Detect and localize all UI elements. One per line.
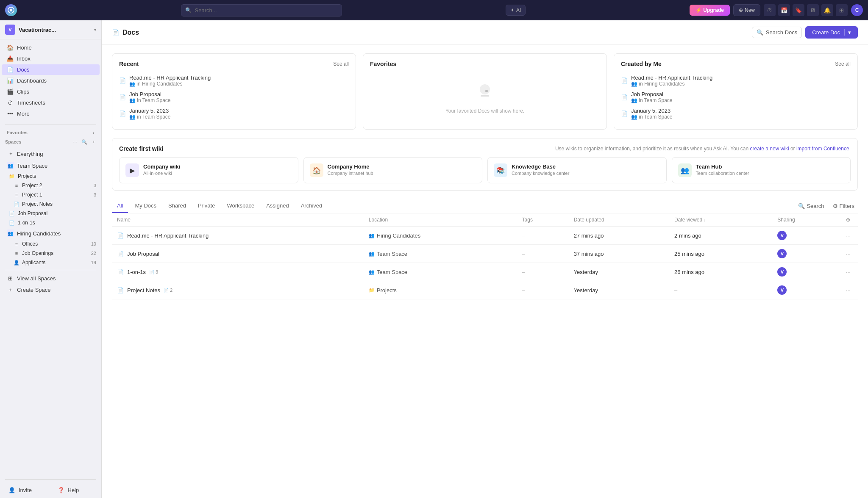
- grid-icon[interactable]: ⊞: [836, 4, 848, 16]
- row1-name[interactable]: Job Proposal: [127, 251, 159, 257]
- spaces-search-button[interactable]: 🔍: [80, 138, 89, 146]
- col-date-viewed[interactable]: Date viewed ↓: [669, 213, 772, 227]
- table-search-button[interactable]: 🔍 Search: [795, 201, 827, 211]
- sidebar-item-view-all-spaces[interactable]: ⊞ View all Spaces: [2, 273, 100, 284]
- sidebar-item-clips[interactable]: 🎬 Clips: [2, 86, 100, 97]
- sidebar-item-applicants[interactable]: 👤 Applicants 19: [2, 258, 100, 267]
- row0-location[interactable]: 👥 Hiring Candidates: [369, 232, 512, 239]
- timesheets-icon: ⏱: [7, 100, 14, 106]
- tab-archived[interactable]: Archived: [296, 199, 328, 213]
- spaces-add-button[interactable]: +: [89, 138, 98, 146]
- row0-name[interactable]: Read.me - HR Applicant Tracking: [127, 232, 209, 239]
- invite-button[interactable]: 👤 Invite: [7, 485, 46, 495]
- create-wiki-link[interactable]: create a new wiki: [750, 146, 789, 152]
- ai-button[interactable]: ✦ AI: [506, 5, 526, 16]
- team-space-add-button[interactable]: +: [89, 162, 96, 169]
- sidebar-item-team-space[interactable]: 👥 Team Space ··· +: [2, 160, 100, 171]
- row1-actions[interactable]: ···: [846, 251, 853, 257]
- sidebar-item-1on1s[interactable]: 📄 1-on-1s: [2, 219, 100, 227]
- sidebar-item-offices[interactable]: ≡ Offices 10: [2, 240, 100, 248]
- sidebar-item-create-space[interactable]: + Create Space: [2, 285, 100, 295]
- wiki-card-1[interactable]: 🏠 Company Home Company intranet hub: [303, 157, 483, 183]
- workspace-header[interactable]: V Vacationtrac... ▾: [0, 20, 101, 39]
- create-doc-button[interactable]: Create Doc ▾: [805, 26, 858, 39]
- wiki-cards: ▶ Company wiki All-in-one wiki 🏠 Company…: [119, 157, 851, 183]
- plus-circle-icon: +: [7, 287, 14, 293]
- projects-more-button[interactable]: ···: [89, 174, 93, 179]
- wiki-card-2[interactable]: 📚 Knowledge Base Company knowledge cente…: [487, 157, 667, 183]
- add-col-icon[interactable]: ⊕: [846, 217, 850, 223]
- help-button[interactable]: ❓ Help: [56, 485, 95, 495]
- row2-location[interactable]: 👥 Team Space: [369, 269, 512, 275]
- sidebar-item-more[interactable]: ••• More: [2, 108, 100, 119]
- created-location-icon-1: 👥: [631, 97, 637, 103]
- sidebar-item-timesheets[interactable]: ⏱ Timesheets: [2, 97, 100, 108]
- row0-tags: –: [517, 227, 569, 245]
- wiki-card-3[interactable]: 👥 Team Hub Team collaboration center: [672, 157, 851, 183]
- sidebar-item-project1[interactable]: ≡ Project 1 3: [2, 191, 100, 199]
- sidebar-item-project2[interactable]: ≡ Project 2 3: [2, 181, 100, 190]
- sidebar-item-docs[interactable]: 📄 Docs: [2, 64, 100, 75]
- wiki-card-0[interactable]: ▶ Company wiki All-in-one wiki: [119, 157, 298, 183]
- sidebar-item-hiring-candidates[interactable]: 👥 Hiring Candidates ··· +: [2, 228, 100, 239]
- row3-location[interactable]: 📁 Projects: [369, 287, 512, 293]
- row2-name[interactable]: 1-on-1s: [127, 269, 146, 275]
- tab-private[interactable]: Private: [193, 199, 220, 213]
- dashboards-icon: 📊: [7, 77, 14, 84]
- sidebar-item-job-proposal[interactable]: 📄 Job Proposal: [2, 209, 100, 218]
- global-search[interactable]: 🔍: [181, 4, 342, 17]
- created-location-icon-0: 👥: [631, 81, 637, 87]
- user-avatar[interactable]: C: [851, 4, 863, 16]
- sidebar-item-home[interactable]: 🏠 Home: [2, 42, 100, 53]
- recent-item-1[interactable]: 📄 Job Proposal 👥 in Team Space: [119, 89, 349, 105]
- sidebar-item-inbox[interactable]: 📥 Inbox: [2, 53, 100, 64]
- tab-all[interactable]: All: [112, 199, 128, 213]
- created-item-0[interactable]: 📄 Read.me - HR Applicant Tracking 👥 in H…: [621, 72, 851, 89]
- sidebar-item-project-notes[interactable]: 📄 Project Notes: [2, 200, 100, 208]
- wiki-header: Create first wiki Use wikis to organize …: [119, 145, 851, 152]
- screen-icon[interactable]: 🖥: [807, 4, 819, 16]
- doc-icon: 📄: [14, 202, 19, 207]
- created-by-me-see-all[interactable]: See all: [835, 61, 851, 67]
- topbar: 🔍 ✦ AI ⚡ Upgrade ⊕ New ⏱ 📅 🔖 🖥 🔔 ⊞ C: [0, 0, 868, 20]
- search-input[interactable]: [181, 4, 342, 17]
- hiring-more-button[interactable]: ···: [80, 230, 88, 237]
- tab-shared[interactable]: Shared: [163, 199, 191, 213]
- tab-workspace[interactable]: Workspace: [222, 199, 259, 213]
- projects-add-button[interactable]: +: [94, 174, 96, 179]
- import-confluence-link[interactable]: import from Confluence: [796, 146, 849, 152]
- created-item-1[interactable]: 📄 Job Proposal 👥 in Team Space: [621, 89, 851, 105]
- recent-item-2[interactable]: 📄 January 5, 2023 👥 in Team Space: [119, 105, 349, 122]
- recent-see-all[interactable]: See all: [333, 61, 349, 67]
- clock-icon[interactable]: ⏱: [764, 4, 776, 16]
- bookmark-icon[interactable]: 🔖: [793, 4, 804, 16]
- hiring-add-button[interactable]: +: [89, 230, 96, 237]
- main-content: 📄 Docs 🔍 Search Docs Create Doc ▾: [102, 20, 868, 498]
- row2-sub-count: 📄 3: [149, 269, 158, 274]
- tab-assigned[interactable]: Assigned: [261, 199, 294, 213]
- sidebar-item-dashboards[interactable]: 📊 Dashboards: [2, 75, 100, 86]
- row0-actions[interactable]: ···: [846, 232, 853, 239]
- row1-location[interactable]: 👥 Team Space: [369, 251, 512, 257]
- created-item-2[interactable]: 📄 January 5, 2023 👥 in Team Space: [621, 105, 851, 122]
- row3-location-icon: 📁: [369, 288, 375, 293]
- bell-icon[interactable]: 🔔: [821, 4, 833, 16]
- row3-sub-count: 📄 2: [164, 288, 172, 293]
- table-filters-button[interactable]: ⚙ Filters: [829, 201, 858, 211]
- search-docs-button[interactable]: 🔍 Search Docs: [752, 27, 802, 38]
- app-logo[interactable]: [5, 4, 17, 16]
- sidebar-item-projects[interactable]: 📁 Projects ··· +: [2, 172, 100, 180]
- team-space-more-button[interactable]: ···: [80, 162, 88, 169]
- sidebar-item-everything[interactable]: ✦ Everything: [2, 148, 100, 159]
- recent-item-0[interactable]: 📄 Read.me - HR Applicant Tracking 👥 in H…: [119, 72, 349, 89]
- row0-location-icon: 👥: [369, 233, 375, 238]
- upgrade-button[interactable]: ⚡ Upgrade: [690, 5, 730, 16]
- calendar-icon[interactable]: 📅: [778, 4, 790, 16]
- row3-actions[interactable]: ···: [846, 287, 853, 293]
- spaces-more-button[interactable]: ···: [71, 138, 79, 146]
- new-button[interactable]: ⊕ New: [733, 4, 760, 16]
- row3-name[interactable]: Project Notes: [127, 287, 160, 293]
- sidebar-item-job-openings[interactable]: ≡ Job Openings 22: [2, 249, 100, 257]
- row2-actions[interactable]: ···: [846, 269, 853, 275]
- tab-my-docs[interactable]: My Docs: [130, 199, 161, 213]
